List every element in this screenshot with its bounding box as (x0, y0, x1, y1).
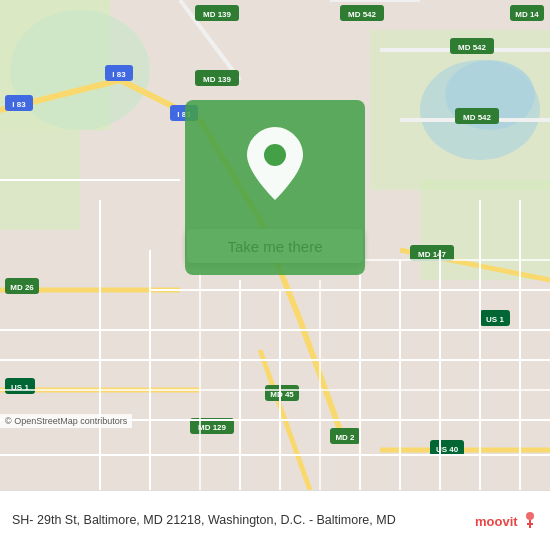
svg-text:MD 129: MD 129 (198, 423, 227, 432)
svg-text:MD 542: MD 542 (458, 43, 487, 52)
pin-overlay-svg (185, 100, 365, 275)
svg-text:MD 14: MD 14 (515, 10, 539, 19)
moovit-logo: moovit (473, 508, 538, 533)
svg-text:MD 2: MD 2 (335, 433, 355, 442)
svg-text:MD 542: MD 542 (348, 10, 377, 19)
osm-credit: © OpenStreetMap contributors (0, 414, 132, 428)
map-container: I 83 I 83 I 83 I 83 MD 139 MD 139 MD 542… (0, 0, 550, 490)
location-text: SH- 29th St, Baltimore, MD 21218, Washin… (12, 512, 463, 530)
info-bar: SH- 29th St, Baltimore, MD 21218, Washin… (0, 490, 550, 550)
svg-text:MD 26: MD 26 (10, 283, 34, 292)
moovit-logo-svg: moovit (473, 508, 538, 533)
svg-text:moovit: moovit (475, 514, 518, 529)
svg-text:MD 139: MD 139 (203, 10, 232, 19)
svg-text:MD 45: MD 45 (270, 390, 294, 399)
svg-text:MD 542: MD 542 (463, 113, 492, 122)
svg-text:MD 147: MD 147 (418, 250, 447, 259)
location-overlay (185, 100, 365, 275)
svg-text:I 83: I 83 (112, 70, 126, 79)
svg-point-79 (526, 512, 534, 520)
svg-point-77 (264, 144, 286, 166)
svg-text:MD 139: MD 139 (203, 75, 232, 84)
svg-text:I 83: I 83 (12, 100, 26, 109)
svg-text:US 1: US 1 (486, 315, 504, 324)
